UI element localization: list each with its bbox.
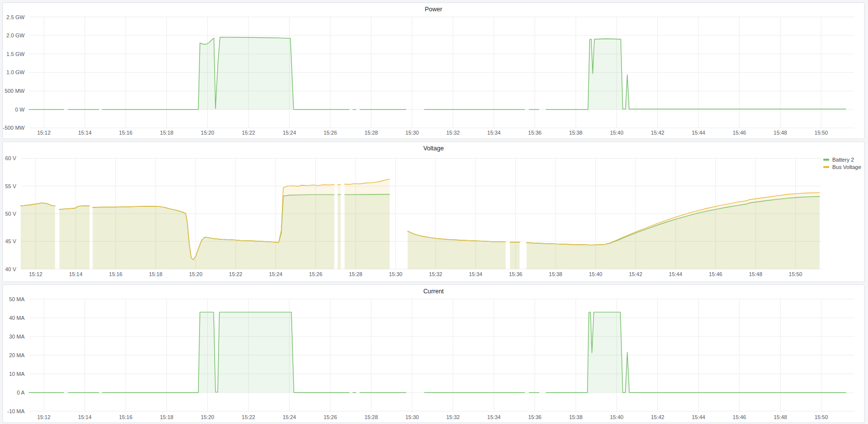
power-panel-title[interactable]: Power [3,5,864,14]
voltage-chart-plot-area[interactable]: 60 V55 V50 V45 V40 V15:1215:1415:1615:18… [3,142,864,282]
series-line [337,184,340,185]
series-fill [527,193,819,269]
x-axis-tick-label: 15:28 [364,130,378,136]
x-axis-tick-label: 15:16 [119,414,132,420]
x-axis-tick-label: 15:12 [37,130,51,136]
x-axis-tick-label: 15:36 [528,414,541,420]
y-axis-tick-label: 1.5 GW [6,51,25,57]
grid: 2.5 GW2.0 GW1.5 GW1.0 GW500 MW0 W-500 MW… [3,14,854,136]
x-axis-tick-label: 15:32 [447,414,460,420]
series-fill [102,37,349,110]
current-panel-title[interactable]: Current [3,287,864,296]
y-axis-tick-label: 1.0 GW [6,69,25,75]
x-axis-tick-label: 15:48 [749,271,762,277]
series-group [29,312,846,393]
y-axis-tick-label: 2.0 GW [6,32,25,38]
x-axis-tick-label: 15:24 [282,130,296,136]
x-axis-tick-label: 15:26 [324,130,337,136]
x-axis-tick-label: 15:18 [160,130,173,136]
x-axis-tick-label: 15:14 [69,271,82,277]
legend-item-bus-voltage[interactable]: Bus Voltage [823,164,861,170]
legend-label-battery-2: Battery 2 [832,157,854,163]
x-axis-tick-label: 15:14 [78,130,91,136]
x-axis-tick-label: 15:34 [469,271,482,277]
series-fill [21,203,55,269]
x-axis-tick-label: 15:34 [487,130,501,136]
x-axis-tick-label: 15:46 [709,271,722,277]
x-axis-tick-label: 15:20 [201,130,214,136]
x-axis-tick-label: 15:12 [37,414,51,420]
x-axis-tick-label: 15:32 [447,130,460,136]
current-chart-plot-area[interactable]: 50 MA40 MA30 MA20 MA10 MA0 A-10 MA15:121… [3,285,864,423]
legend-label-bus-voltage: Bus Voltage [832,164,861,170]
x-axis-tick-label: 15:40 [589,271,602,277]
current-panel: Current 50 MA40 MA30 MA20 MA10 MA0 A-10 … [2,284,865,423]
x-axis-tick-label: 15:46 [733,414,746,420]
x-axis-tick-label: 15:34 [487,414,501,420]
y-axis-tick-label: -500 MW [3,125,25,131]
x-axis-tick-label: 15:50 [814,130,828,136]
x-axis-tick-label: 15:24 [269,271,282,277]
y-axis-tick-label: 60 V [5,155,17,161]
x-axis-tick-label: 15:44 [669,271,682,277]
y-axis-tick-label: 55 V [5,183,17,189]
battery-2-series-marker-icon [823,159,829,161]
series-fill [546,39,846,110]
x-axis-tick-label: 15:50 [789,271,802,277]
x-axis-tick-label: 15:42 [629,271,642,277]
y-axis-tick-label: 30 MA [9,334,25,339]
grid: 50 MA40 MA30 MA20 MA10 MA0 A-10 MA15:121… [7,296,854,420]
x-axis-tick-label: 15:22 [229,271,242,277]
y-axis-tick-label: 50 MA [9,296,25,302]
series-fill [59,206,89,269]
x-axis-tick-label: 15:30 [405,130,419,136]
series-fill [337,184,340,269]
x-axis-tick-label: 15:14 [78,414,91,420]
y-axis-tick-label: 20 MA [9,352,25,358]
x-axis-tick-label: 15:48 [774,130,787,136]
y-axis-tick-label: 500 MW [4,88,25,94]
x-axis-tick-label: 15:50 [814,414,828,420]
x-axis-tick-label: 15:38 [569,130,582,136]
x-axis-tick-label: 15:40 [610,414,623,420]
y-axis-tick-label: 2.5 GW [6,14,25,20]
x-axis-tick-label: 15:44 [692,130,705,136]
voltage-legend: Battery 2 Bus Voltage [823,157,861,171]
x-axis-tick-label: 15:20 [189,271,202,277]
x-axis-tick-label: 15:48 [774,414,787,420]
x-axis-tick-label: 15:38 [549,271,562,277]
power-panel: Power 2.5 GW2.0 GW1.5 GW1.0 GW500 MW0 W-… [2,2,865,139]
series-fill [408,231,505,269]
x-axis-tick-label: 15:46 [733,130,746,136]
y-axis-tick-label: -10 MA [7,408,25,414]
series-fill [345,179,390,269]
y-axis-tick-label: 50 V [5,211,17,217]
legend-item-battery-2[interactable]: Battery 2 [823,157,861,163]
y-axis-tick-label: 0 W [15,107,25,113]
voltage-panel: Voltage 60 V55 V50 V45 V40 V15:1215:1415… [2,141,865,282]
power-chart-plot-area[interactable]: 2.5 GW2.0 GW1.5 GW1.0 GW500 MW0 W-500 MW… [3,3,864,139]
series-fill [93,184,335,269]
x-axis-tick-label: 15:16 [109,271,122,277]
x-axis-tick-label: 15:20 [201,414,214,420]
x-axis-tick-label: 15:32 [429,271,442,277]
x-axis-tick-label: 15:28 [349,271,362,277]
y-axis-tick-label: 40 V [5,266,17,272]
x-axis-tick-label: 15:36 [509,271,522,277]
x-axis-tick-label: 15:42 [651,414,664,420]
x-axis-tick-label: 15:18 [149,271,162,277]
x-axis-tick-label: 15:22 [242,414,255,420]
x-axis-tick-label: 15:40 [610,130,623,136]
x-axis-tick-label: 15:30 [405,414,419,420]
series-fill [510,242,520,269]
x-axis-tick-label: 15:24 [282,414,296,420]
y-axis-tick-label: 40 MA [9,315,25,321]
y-axis-tick-label: 45 V [5,238,17,244]
series-group [21,179,819,269]
series-fill [102,312,349,393]
x-axis-tick-label: 15:44 [692,414,705,420]
x-axis-tick-label: 15:26 [309,271,322,277]
x-axis-tick-label: 15:26 [324,414,337,420]
x-axis-tick-label: 15:36 [528,130,541,136]
voltage-panel-title[interactable]: Voltage [3,144,864,153]
